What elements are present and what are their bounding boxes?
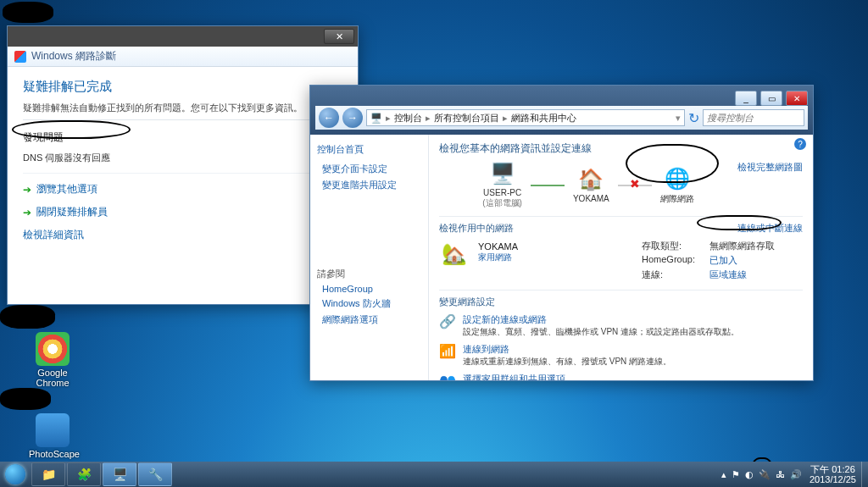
node-label: 網際網路 — [660, 193, 694, 205]
clock-time: 下午 01:26 — [810, 464, 856, 474]
change-settings-header: 變更網路設定 — [439, 290, 803, 308]
main-pane: ? 檢視您基本的網路資訊並設定連線 檢視完整網路圖 🖥️ USER-PC (這部… — [429, 135, 813, 380]
titlebar[interactable]: ✕ — [8, 26, 358, 47]
sidenav-see-homegroup[interactable]: HomeGroup — [322, 284, 421, 294]
network-home-icon: 🏡 — [439, 241, 470, 267]
clock-date: 2013/12/25 — [810, 474, 856, 484]
taskbar-troubleshooter[interactable]: 🔧 — [138, 462, 172, 486]
crumb[interactable]: 網路和共用中心 — [511, 112, 576, 125]
active-network[interactable]: 🏡 YOKAMA 家用網路 — [439, 241, 518, 278]
sidenav-see-firewall[interactable]: Windows 防火牆 — [322, 297, 421, 310]
house-icon: 🏠 — [576, 167, 606, 192]
link-view-details[interactable]: 檢視詳細資訊 — [23, 228, 342, 242]
kv-hg-v[interactable]: 已加入 — [709, 254, 737, 267]
address-bar[interactable]: 🖥️ ▸ 控制台 ▸ 所有控制台項目 ▸ 網路和共用中心 ▾ — [366, 109, 685, 126]
node-label: USER-PC — [482, 188, 522, 197]
opt-connect[interactable]: 📶 連線到網路連線或重新連線到無線、有線、撥號或 VPN 網路連線。 — [439, 343, 803, 368]
tray-power-icon[interactable]: 🔌 — [759, 469, 771, 480]
sidenav-item-adapter[interactable]: 變更介面卡設定 — [322, 163, 421, 175]
desktop-icon-chrome[interactable]: Google Chrome — [29, 332, 76, 388]
maximize-button[interactable]: ▭ — [760, 91, 782, 106]
taskbar[interactable]: 📁 🧩 🖥️ 🔧 ▴ ⚑ ◐ 🔌 🖧 🔊 下午 01:26 2013/12/25 — [0, 462, 868, 487]
network-name: YOKAMA — [478, 241, 518, 252]
node-router[interactable]: 🏠 YOKAMA — [573, 167, 609, 203]
opt-homegroup[interactable]: 👥 選擇家用群組和共用選項 — [439, 373, 803, 380]
computer-icon: 🖥️ — [487, 161, 518, 186]
link-broken — [618, 185, 652, 186]
side-nav: 控制台首頁 變更介面卡設定 變更進階共用設定 請參閱 HomeGroup Win… — [310, 135, 429, 380]
link-close-troubleshooter[interactable]: ➔ 關閉疑難排解員 — [23, 205, 342, 219]
window-title: Windows 網路診斷 — [31, 49, 116, 64]
redaction — [0, 305, 55, 329]
link-label: 關閉疑難排解員 — [36, 205, 108, 219]
windows-orb-icon — [5, 464, 25, 484]
see-also-label: 請參閱 — [317, 268, 421, 280]
close-button[interactable]: ✕ — [324, 29, 354, 44]
search-input[interactable] — [703, 109, 804, 126]
globe-icon: 🌐 — [662, 166, 693, 191]
node-sublabel: (這部電腦) — [482, 197, 522, 209]
window-troubleshooter: ✕ Windows 網路診斷 疑難排解已完成 疑難排解無法自動修正找到的所有問題… — [7, 25, 359, 305]
sidenav-item-sharing[interactable]: 變更進階共用設定 — [322, 179, 421, 191]
opt-new-connection[interactable]: 🔗 設定新的連線或網路設定無線、寬頻、撥號、臨機操作或 VPN 連線；或設定路由… — [439, 313, 803, 338]
link-connect-disconnect[interactable]: 連線或中斷連線 — [737, 222, 803, 235]
taskbar-control-panel[interactable]: 🖥️ — [103, 462, 136, 486]
taskbar-app[interactable]: 🧩 — [67, 462, 101, 486]
desktop-icon-photoscape[interactable]: PhotoScape — [29, 413, 76, 459]
connect-icon: 📶 — [439, 343, 456, 368]
desktop-icon-label: Google Chrome — [29, 368, 76, 388]
kv-hg-k: HomeGroup: — [642, 254, 709, 267]
opt-title: 選擇家用群組和共用選項 — [463, 373, 565, 380]
opt-title: 設定新的連線或網路 — [463, 313, 739, 326]
tray-action-center-icon[interactable]: ⚑ — [732, 469, 740, 480]
close-button[interactable]: ✕ — [786, 91, 808, 106]
network-type[interactable]: 家用網路 — [478, 252, 518, 263]
system-tray[interactable]: ▴ ⚑ ◐ 🔌 🖧 🔊 下午 01:26 2013/12/25 — [719, 462, 868, 487]
tray-up-icon[interactable]: ▴ — [721, 469, 726, 480]
start-button[interactable] — [0, 462, 31, 487]
kv-conn-k: 連線: — [642, 268, 709, 281]
heading: 疑難排解已完成 — [23, 79, 342, 95]
link-browse-options[interactable]: ➔ 瀏覽其他選項 — [23, 182, 342, 196]
opt-title: 連線到網路 — [463, 343, 671, 356]
node-internet[interactable]: 🌐 網際網路 — [660, 166, 694, 205]
folder-icon: 🖥️ — [370, 113, 382, 124]
crumb[interactable]: 所有控制台項目 — [434, 112, 499, 125]
homegroup-icon: 👥 — [439, 373, 456, 380]
show-desktop-button[interactable] — [861, 462, 868, 487]
link-full-map[interactable]: 檢視完整網路圖 — [737, 161, 803, 174]
network-map: 🖥️ USER-PC (這部電腦) 🏠 YOKAMA 🌐 網際網路 — [439, 161, 737, 209]
chrome-icon — [36, 332, 70, 366]
minimize-button[interactable]: _ — [735, 91, 757, 106]
tray-app-icon[interactable]: ◐ — [745, 469, 754, 480]
refresh-icon[interactable]: ↻ — [688, 110, 699, 126]
redaction — [3, 2, 53, 23]
tray-network-icon[interactable]: 🖧 — [776, 469, 785, 479]
window-network-center: _ ▭ ✕ ← → 🖥️ ▸ 控制台 ▸ 所有控制台項目 ▸ 網路和共用中心 ▾… — [309, 85, 814, 381]
taskbar-explorer[interactable]: 📁 — [31, 462, 65, 486]
link-label: 瀏覽其他選項 — [36, 182, 97, 196]
main-heading: 檢視您基本的網路資訊並設定連線 — [439, 141, 803, 156]
active-networks-header: 檢視作用中的網路 連線或中斷連線 — [439, 216, 803, 235]
desktop-icon-label: PhotoScape — [29, 449, 76, 459]
help-icon[interactable]: ? — [794, 138, 806, 150]
sidenav-home[interactable]: 控制台首頁 — [317, 143, 421, 156]
node-this-pc[interactable]: 🖥️ USER-PC (這部電腦) — [482, 161, 522, 209]
kv-access-v: 無網際網路存取 — [709, 240, 775, 252]
nav-back[interactable]: ← — [319, 108, 339, 128]
tray-volume-icon[interactable]: 🔊 — [790, 469, 802, 480]
wizard-icon: 🔗 — [439, 313, 456, 338]
sidenav-see-internet-options[interactable]: 網際網路選項 — [322, 313, 421, 326]
kv-conn-v[interactable]: 區域連線 — [709, 268, 747, 281]
found-label: 發現問題 — [23, 130, 342, 145]
arrow-icon: ➔ — [23, 207, 31, 219]
tray-clock[interactable]: 下午 01:26 2013/12/25 — [804, 464, 861, 484]
link-ok — [531, 185, 565, 186]
node-label: YOKAMA — [573, 194, 609, 203]
crumb[interactable]: 控制台 — [394, 112, 422, 125]
photoscape-icon — [36, 413, 70, 447]
nav-forward[interactable]: → — [342, 108, 363, 128]
redaction — [0, 388, 51, 410]
shield-icon — [14, 51, 26, 63]
kv-access-k: 存取類型: — [642, 240, 709, 252]
